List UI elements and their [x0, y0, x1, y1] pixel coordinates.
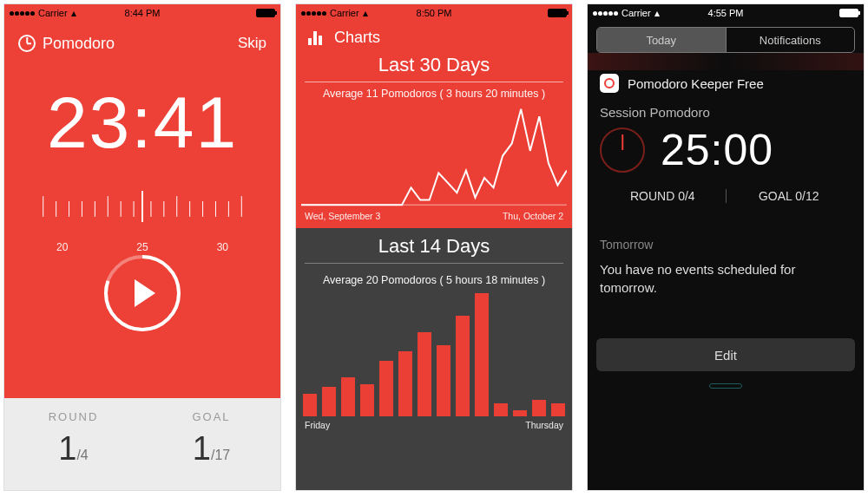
tomorrow-section: Tomorrow You have no events scheduled fo… — [588, 238, 864, 297]
bar — [341, 377, 355, 416]
timer-icon — [18, 35, 36, 52]
app-icon — [600, 74, 619, 93]
stats-footer: ROUND 1/4 GOAL 1/17 — [4, 398, 280, 490]
bar — [437, 345, 450, 417]
bar — [322, 387, 336, 416]
signal-dots-icon — [301, 11, 326, 16]
edit-button[interactable]: Edit — [596, 338, 855, 371]
bar — [303, 394, 317, 416]
battery-icon — [548, 9, 567, 17]
ruler-tick-label: 30 — [217, 241, 228, 253]
status-bar: Carrier ▴ 8:44 PM — [4, 4, 280, 22]
widget-timer-display: 25:00 — [661, 125, 773, 175]
bar — [513, 410, 527, 417]
linechart-30d — [296, 100, 572, 211]
carrier-label: Carrier — [621, 8, 651, 18]
ruler-ticks-icon — [4, 177, 280, 238]
svg-rect-21 — [319, 36, 322, 45]
chart-subtitle-14d: Average 20 Pomodoros ( 5 hours 18 minute… — [296, 274, 572, 286]
divider — [305, 263, 563, 264]
date-end-14d: Thursday — [525, 420, 563, 430]
status-bar: Carrier ▴ 4:55 PM — [588, 4, 864, 22]
signal-dots-icon — [10, 11, 35, 16]
chart-title-14d: Last 14 Days — [296, 235, 572, 258]
screen-pomodoro-timer: Carrier ▴ 8:44 PM Pomodoro Skip 23:41 — [3, 3, 281, 491]
date-start-30d: Wed, September 3 — [305, 211, 380, 221]
bar-chart-icon — [308, 31, 326, 45]
divider — [305, 82, 563, 82]
battery-icon — [256, 9, 275, 17]
widget-round: ROUND 0/4 — [600, 189, 726, 203]
navbar: Charts — [296, 22, 572, 50]
skip-button[interactable]: Skip — [238, 35, 266, 52]
page-title: Pomodoro — [43, 35, 115, 53]
bar — [551, 403, 565, 416]
timer-ring-icon — [600, 128, 645, 173]
page-title: Charts — [334, 29, 380, 47]
carrier-label: Carrier — [38, 8, 68, 18]
widget-app-name: Pomodoro Keeper Free — [628, 76, 764, 91]
bar — [532, 400, 546, 416]
bar — [379, 361, 393, 416]
bar — [398, 351, 412, 416]
bar — [418, 332, 431, 417]
play-icon — [135, 279, 155, 307]
status-bar: Carrier ▴ 8:50 PM — [296, 4, 572, 22]
date-end-30d: Thu, October 2 — [503, 211, 563, 221]
svg-rect-19 — [308, 38, 312, 45]
pomodoro-widget: Pomodoro Keeper Free Session Pomodoro 25… — [588, 74, 864, 203]
grabber-handle-icon[interactable] — [709, 383, 742, 389]
tomorrow-message: You have no events scheduled for tomorro… — [600, 260, 852, 297]
timer-display: 23:41 — [4, 81, 280, 165]
blur-decoration — [588, 53, 864, 70]
date-start-14d: Friday — [305, 420, 330, 430]
screen-charts: Carrier ▴ 8:50 PM Charts Last 30 Days Av… — [295, 3, 573, 491]
bar — [475, 293, 489, 417]
goal-stat: GOAL 1/17 — [142, 398, 280, 490]
widget-goal: GOAL 0/12 — [727, 189, 852, 203]
round-stat: ROUND 1/4 — [4, 398, 142, 490]
round-label: ROUND — [4, 410, 142, 423]
barchart-14d — [296, 286, 572, 416]
bar — [360, 384, 374, 417]
play-button[interactable] — [102, 253, 182, 333]
battery-icon — [839, 9, 858, 17]
wifi-icon: ▴ — [71, 7, 76, 19]
tab-today[interactable]: Today — [597, 28, 726, 52]
tab-notifications[interactable]: Notifications — [726, 28, 855, 52]
ruler-tick-label: 25 — [136, 241, 148, 253]
signal-dots-icon — [593, 11, 618, 16]
screen-notification-center: Carrier ▴ 4:55 PM Today Notifications Po… — [587, 3, 865, 491]
navbar: Pomodoro Skip — [4, 22, 280, 60]
wifi-icon: ▴ — [363, 7, 368, 19]
statusbar-time: 8:50 PM — [417, 8, 452, 18]
chart-subtitle-30d: Average 11 Pomodoros ( 3 hours 20 minute… — [296, 88, 572, 100]
session-label: Session Pomodoro — [600, 105, 852, 120]
chart-title-30d: Last 30 Days — [296, 54, 572, 76]
ruler-tick-label: 20 — [56, 241, 68, 253]
statusbar-time: 8:44 PM — [125, 8, 161, 18]
svg-rect-20 — [313, 31, 317, 45]
wifi-icon: ▴ — [654, 7, 660, 19]
goal-label: GOAL — [142, 410, 280, 423]
tomorrow-heading: Tomorrow — [600, 238, 852, 252]
time-ruler[interactable]: 20 25 30 — [4, 177, 280, 238]
today-notifications-tabs: Today Notifications — [596, 27, 855, 53]
carrier-label: Carrier — [330, 8, 359, 18]
bar — [456, 316, 470, 416]
bar — [494, 403, 508, 416]
statusbar-time: 4:55 PM — [708, 8, 744, 18]
